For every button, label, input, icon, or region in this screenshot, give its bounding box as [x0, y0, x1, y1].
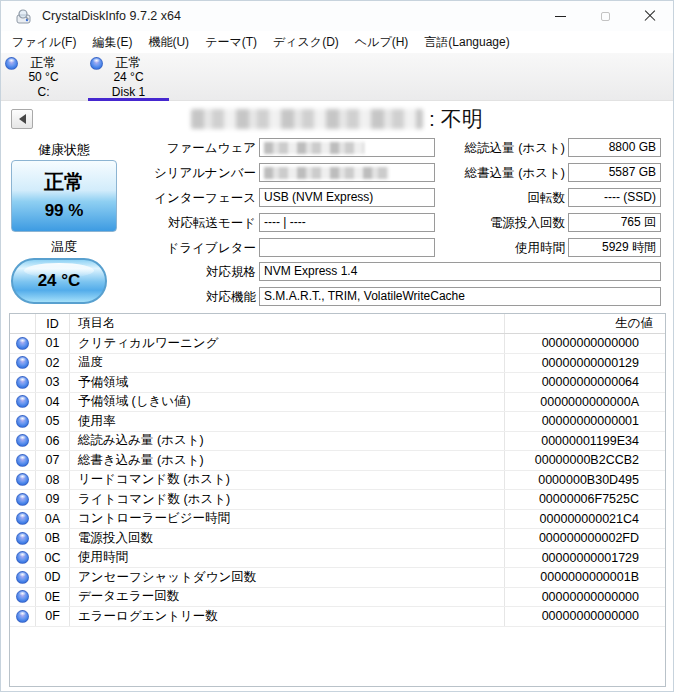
- smart-attribute-name: 温度: [70, 354, 505, 373]
- table-row[interactable]: 06総読み込み量 (ホスト)00000001199E34: [10, 432, 665, 452]
- table-row[interactable]: 01クリティカルワーニング00000000000000: [10, 334, 665, 354]
- menu-file[interactable]: ファイル(F): [4, 32, 84, 53]
- smart-id: 0C: [36, 549, 70, 568]
- smart-id: 06: [36, 432, 70, 451]
- status-orb-icon: [10, 588, 36, 607]
- table-row[interactable]: 03予備領域00000000000064: [10, 373, 665, 393]
- status-orb-icon: [10, 432, 36, 451]
- smart-raw-value: 00000000000000: [505, 588, 665, 607]
- status-orb-icon: [10, 334, 36, 353]
- drive-title-status: 不明: [441, 105, 483, 133]
- smart-id: 08: [36, 471, 70, 490]
- host-writes-field: 5587 GB: [568, 163, 661, 182]
- transfer-mode-label: 対応転送モード: [121, 215, 256, 232]
- smart-raw-value: 00000000000000: [505, 334, 665, 353]
- temperature-value: 24 °C: [38, 271, 81, 291]
- status-orb-icon: [10, 510, 36, 529]
- close-button[interactable]: [628, 1, 673, 31]
- smart-id: 09: [36, 490, 70, 509]
- maximize-button[interactable]: [583, 1, 628, 31]
- host-reads-field: 8800 GB: [568, 138, 661, 157]
- minimize-button[interactable]: [538, 1, 583, 31]
- menu-function[interactable]: 機能(U): [140, 32, 197, 53]
- disk-status-orb-icon: [5, 57, 18, 70]
- smart-attribute-name: 電源投入回数: [70, 529, 505, 548]
- smart-raw-value: 000000000021C4: [505, 510, 665, 529]
- health-status-indicator: 正常 99 %: [11, 160, 117, 232]
- health-label: 健康状態: [11, 141, 117, 159]
- menu-language[interactable]: 言語(Language): [416, 32, 517, 53]
- disk-tab-strip: 正常 50 °C C: 正常 24 °C Disk 1: [1, 53, 673, 101]
- health-percent: 99 %: [12, 201, 116, 221]
- firmware-label: ファームウェア: [121, 140, 256, 157]
- header-attribute-name: 項目名: [70, 314, 505, 333]
- smart-raw-value: 000000000002FD: [505, 529, 665, 548]
- temperature-label: 温度: [11, 238, 117, 256]
- disk-status-orb-icon: [90, 57, 103, 70]
- table-row[interactable]: 0Dアンセーフシャットダウン回数0000000000001B: [10, 568, 665, 588]
- menu-disk[interactable]: ディスク(D): [265, 32, 347, 53]
- drive-model-redacted: [191, 109, 423, 129]
- smart-raw-value: 0000000000001B: [505, 568, 665, 587]
- menu-theme[interactable]: テーマ(T): [197, 32, 265, 53]
- drive-title: : 不明: [1, 104, 673, 134]
- table-row[interactable]: 07総書き込み量 (ホスト)00000000B2CCB2: [10, 451, 665, 471]
- disk-tab-name: C:: [1, 85, 86, 100]
- smart-id: 02: [36, 354, 70, 373]
- disk-tab-disk1[interactable]: 正常 24 °C Disk 1: [86, 53, 171, 101]
- smart-attribute-name: 予備領域: [70, 373, 505, 392]
- smart-attribute-name: 予備領域 (しきい値): [70, 393, 505, 412]
- smart-raw-value: 00000001199E34: [505, 432, 665, 451]
- power-on-hours-field: 5929 時間: [568, 238, 661, 257]
- smart-attribute-name: リードコマンド数 (ホスト): [70, 471, 505, 490]
- rotation-rate-label: 回転数: [446, 190, 565, 207]
- smart-table-header: ID 項目名 生の値: [10, 314, 665, 334]
- smart-attribute-name: アンセーフシャットダウン回数: [70, 568, 505, 587]
- maximize-icon: [601, 12, 610, 21]
- temperature-indicator: 24 °C: [11, 258, 107, 304]
- menu-edit[interactable]: 編集(E): [84, 32, 140, 53]
- interface-label: インターフェース: [121, 190, 256, 207]
- features-field: S.M.A.R.T., TRIM, VolatileWriteCache: [259, 287, 661, 306]
- smart-id: 0B: [36, 529, 70, 548]
- table-row[interactable]: 05使用率00000000000001: [10, 412, 665, 432]
- title-bar: CrystalDiskInfo 9.7.2 x64: [1, 1, 673, 31]
- table-row[interactable]: 0Aコントローラービジー時間000000000021C4: [10, 510, 665, 530]
- table-row[interactable]: 02温度00000000000129: [10, 354, 665, 374]
- table-row[interactable]: 09ライトコマンド数 (ホスト)00000006F7525C: [10, 490, 665, 510]
- smart-table: ID 項目名 生の値 01クリティカルワーニング0000000000000002…: [9, 313, 666, 687]
- table-row[interactable]: 08リードコマンド数 (ホスト)0000000B30D495: [10, 471, 665, 491]
- smart-raw-value: 00000000000000: [505, 607, 665, 626]
- power-on-count-field: 765 回: [568, 213, 661, 232]
- header-raw-value: 生の値: [505, 314, 665, 333]
- header-id: ID: [36, 314, 70, 333]
- status-orb-icon: [10, 471, 36, 490]
- smart-attribute-name: 総読み込み量 (ホスト): [70, 432, 505, 451]
- app-window: CrystalDiskInfo 9.7.2 x64 ファイル(F) 編集(E) …: [0, 0, 674, 692]
- status-orb-icon: [10, 490, 36, 509]
- table-row[interactable]: 0B電源投入回数000000000002FD: [10, 529, 665, 549]
- firmware-field: [259, 138, 435, 157]
- drive-letter-label: ドライブレター: [121, 240, 256, 257]
- menu-help[interactable]: ヘルプ(H): [347, 32, 417, 53]
- status-orb-icon: [10, 393, 36, 412]
- table-row[interactable]: 0Eデータエラー回数00000000000000: [10, 588, 665, 608]
- smart-id: 07: [36, 451, 70, 470]
- disk-tab-c[interactable]: 正常 50 °C C:: [1, 53, 86, 101]
- smart-id: 04: [36, 393, 70, 412]
- table-row[interactable]: 0Fエラーログエントリー数00000000000000: [10, 607, 665, 627]
- table-row[interactable]: 04予備領域 (しきい値)0000000000000A: [10, 393, 665, 413]
- table-row[interactable]: 0C使用時間00000000001729: [10, 549, 665, 569]
- smart-attribute-name: ライトコマンド数 (ホスト): [70, 490, 505, 509]
- smart-id: 0F: [36, 607, 70, 626]
- selected-tab-indicator: [88, 98, 169, 101]
- smart-attribute-name: 総書き込み量 (ホスト): [70, 451, 505, 470]
- smart-attribute-name: エラーログエントリー数: [70, 607, 505, 626]
- smart-attribute-name: コントローラービジー時間: [70, 510, 505, 529]
- smart-raw-value: 0000000000000A: [505, 393, 665, 412]
- status-orb-icon: [10, 373, 36, 392]
- drive-title-separator: :: [423, 107, 441, 131]
- smart-id: 01: [36, 334, 70, 353]
- standard-label: 対応規格: [121, 264, 256, 281]
- standard-field: NVM Express 1.4: [259, 262, 661, 281]
